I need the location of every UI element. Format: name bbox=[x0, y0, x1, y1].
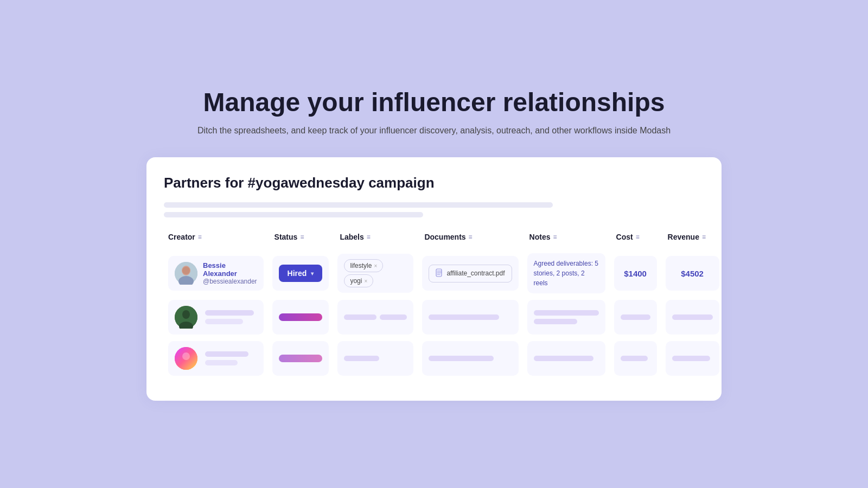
col-header-revenue[interactable]: Revenue ≡ bbox=[661, 233, 724, 250]
documents-filter-icon[interactable]: ≡ bbox=[469, 233, 473, 241]
sk-handle-3 bbox=[205, 360, 238, 365]
document-name-1: affiliate_contract.pdf bbox=[446, 269, 505, 277]
creator-cell-box-sk2 bbox=[168, 300, 264, 335]
revenue-header-label: Revenue bbox=[668, 233, 699, 241]
cell-revenue-sk3 bbox=[661, 338, 724, 379]
sk-doc-2 bbox=[429, 314, 499, 320]
table-header-row: Creator ≡ Status ≡ Labels ≡ bbox=[164, 233, 724, 250]
remove-label-yogi[interactable]: × bbox=[364, 278, 367, 284]
creator-handle-1: @bessiealexander bbox=[203, 278, 257, 285]
sk-note2-2 bbox=[534, 319, 577, 324]
cell-doc-sk3 bbox=[418, 338, 522, 379]
hero-title: Manage your influencer relationships bbox=[203, 87, 665, 117]
avatar-3 bbox=[175, 347, 197, 370]
status-filter-icon[interactable]: ≡ bbox=[300, 233, 304, 241]
avatar-2 bbox=[175, 306, 197, 329]
cost-filter-icon[interactable]: ≡ bbox=[636, 233, 640, 241]
creator-sk2 bbox=[175, 306, 254, 329]
hero-subtitle: Ditch the spreadsheets, and keep track o… bbox=[197, 126, 671, 136]
revenue-cell-box-1: $4502 bbox=[666, 256, 719, 291]
cost-header-label: Cost bbox=[616, 233, 633, 241]
sk-revenue-2 bbox=[672, 314, 713, 320]
table-row-skeleton-2 bbox=[164, 297, 724, 338]
cell-revenue-1: $4502 bbox=[661, 250, 724, 297]
status-cell-box-sk3 bbox=[272, 341, 329, 376]
document-icon-1 bbox=[436, 268, 443, 279]
cell-status-1: Hired ▾ bbox=[268, 250, 334, 297]
notes-cell-box-1: Agreed deliverables: 5 stories, 2 posts,… bbox=[527, 253, 605, 293]
creator-header-label: Creator bbox=[168, 233, 195, 241]
cell-doc-sk2 bbox=[418, 297, 522, 338]
cell-cost-sk3 bbox=[610, 338, 661, 379]
sk-label1-2 bbox=[344, 314, 376, 320]
revenue-filter-icon[interactable]: ≡ bbox=[702, 233, 706, 241]
label-tag-lifestyle: lifestyle × bbox=[344, 259, 383, 272]
cell-labels-sk2 bbox=[333, 297, 418, 338]
documents-header-label: Documents bbox=[424, 233, 465, 241]
cell-creator-1: Bessie Alexander @bessiealexander bbox=[164, 250, 268, 297]
sk-note1-3 bbox=[534, 356, 593, 361]
status-cell-box-1: Hired ▾ bbox=[272, 256, 329, 291]
sk-name-2 bbox=[205, 310, 254, 316]
creator-filter-icon[interactable]: ≡ bbox=[198, 233, 202, 241]
notes-header-label: Notes bbox=[529, 233, 551, 241]
sk-label-3 bbox=[344, 356, 379, 361]
sk-label2-2 bbox=[380, 314, 407, 320]
creator-sk2-lines bbox=[203, 310, 254, 324]
col-header-labels[interactable]: Labels ≡ bbox=[333, 233, 418, 250]
avatar-1 bbox=[175, 262, 197, 285]
labels-container-1: lifestyle × yogi × bbox=[344, 259, 407, 287]
svg-point-6 bbox=[182, 310, 190, 319]
cell-notes-1: Agreed deliverables: 5 stories, 2 posts,… bbox=[523, 250, 610, 297]
svg-point-3 bbox=[182, 267, 190, 274]
chevron-down-icon: ▾ bbox=[311, 271, 314, 277]
card-title: Partners for #yogawednesday campaign bbox=[164, 175, 704, 191]
labels-filter-icon[interactable]: ≡ bbox=[367, 233, 371, 241]
svg-point-9 bbox=[182, 352, 190, 360]
notes-filter-icon[interactable]: ≡ bbox=[553, 233, 557, 241]
creators-table: Creator ≡ Status ≡ Labels ≡ bbox=[164, 233, 724, 379]
label-text-yogi: yogi bbox=[350, 277, 362, 285]
sk-name-3 bbox=[205, 351, 248, 357]
revenue-cell-box-sk2 bbox=[666, 300, 719, 335]
documents-cell-box-1: affiliate_contract.pdf bbox=[422, 256, 518, 291]
cell-revenue-sk2 bbox=[661, 297, 724, 338]
sk-note1-2 bbox=[534, 310, 599, 316]
cell-notes-sk2 bbox=[523, 297, 610, 338]
sk-status-bar-2 bbox=[279, 313, 322, 321]
col-header-documents[interactable]: Documents ≡ bbox=[418, 233, 522, 250]
col-header-cost[interactable]: Cost ≡ bbox=[610, 233, 661, 250]
creator-info-1: Bessie Alexander @bessiealexander bbox=[175, 261, 257, 285]
notes-cell-box-sk2 bbox=[527, 300, 605, 335]
cost-value-1: $1400 bbox=[621, 269, 650, 278]
labels-cell-box-1: lifestyle × yogi × bbox=[337, 254, 413, 293]
hired-button[interactable]: Hired ▾ bbox=[279, 265, 323, 282]
labels-cell-box-sk2 bbox=[337, 300, 413, 335]
cell-labels-sk3 bbox=[333, 338, 418, 379]
col-header-status[interactable]: Status ≡ bbox=[268, 233, 334, 250]
doc-cell-box-sk3 bbox=[422, 341, 518, 376]
creator-sk3 bbox=[175, 347, 248, 370]
cell-documents-1: affiliate_contract.pdf bbox=[418, 250, 522, 297]
revenue-cell-box-sk3 bbox=[666, 341, 719, 376]
cell-notes-sk3 bbox=[523, 338, 610, 379]
label-text-lifestyle: lifestyle bbox=[350, 262, 372, 269]
creator-name-1: Bessie Alexander bbox=[203, 261, 257, 278]
cell-creator-sk3 bbox=[164, 338, 268, 379]
document-tag-1[interactable]: affiliate_contract.pdf bbox=[429, 265, 512, 282]
remove-label-lifestyle[interactable]: × bbox=[374, 263, 377, 269]
creator-text-1: Bessie Alexander @bessiealexander bbox=[203, 261, 257, 285]
cell-creator-sk2 bbox=[164, 297, 268, 338]
skeleton-lines bbox=[164, 202, 704, 217]
col-header-notes[interactable]: Notes ≡ bbox=[523, 233, 610, 250]
table-row-skeleton-3 bbox=[164, 338, 724, 379]
cell-labels-1: lifestyle × yogi × bbox=[333, 250, 418, 297]
cost-cell-box-sk3 bbox=[614, 341, 657, 376]
cost-cell-box-1: $1400 bbox=[614, 256, 657, 291]
col-header-creator[interactable]: Creator ≡ bbox=[164, 233, 268, 250]
sk-cost-3 bbox=[621, 356, 648, 361]
creator-sk3-lines bbox=[203, 351, 248, 365]
page-wrapper: Manage your influencer relationships Dit… bbox=[0, 87, 868, 401]
labels-cell-box-sk3 bbox=[337, 341, 413, 376]
hired-label: Hired bbox=[288, 269, 307, 278]
